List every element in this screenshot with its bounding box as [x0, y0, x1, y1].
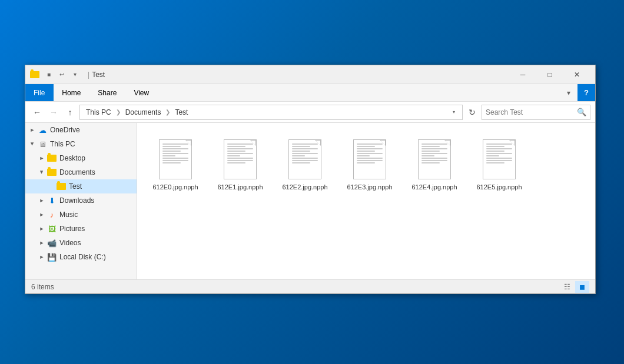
downloads-icon: ⬇ [47, 195, 57, 206]
file-area: 612E0.jpg.npph 612E1.jpg.npph [137, 123, 595, 279]
forward-button[interactable]: → [47, 105, 61, 119]
status-bar: 6 items ☷ ◼ [25, 279, 595, 293]
path-arrow-2: ❯ [164, 109, 171, 115]
sidebar-item-documents[interactable]: ► Documents [25, 165, 137, 179]
file-item-5[interactable]: 612E5.jpg.npph [473, 135, 526, 195]
arrow-test: ► [47, 182, 56, 191]
tab-file[interactable]: File [25, 84, 54, 101]
path-documents[interactable]: Documents [123, 107, 164, 118]
onedrive-icon: ☁ [37, 125, 48, 135]
view-controls: ☷ ◼ [560, 281, 589, 293]
path-dropdown-button[interactable]: ▾ [449, 108, 459, 117]
sidebar-item-desktop[interactable]: ► Desktop [25, 151, 137, 165]
arrow-videos: ► [37, 238, 47, 248]
tab-share[interactable]: Share [89, 84, 125, 101]
window-title: Test [92, 71, 509, 79]
back-button[interactable]: ← [30, 105, 44, 119]
sidebar-item-test[interactable]: ► Test [25, 179, 137, 193]
documents-label: Documents [59, 168, 95, 176]
arrow-this-pc: ► [28, 139, 37, 149]
desktop-folder-icon [47, 153, 57, 163]
file-item-0[interactable]: 612E0.jpg.npph [149, 135, 202, 195]
search-input[interactable] [486, 108, 575, 116]
search-box[interactable]: 🔍 [482, 105, 590, 120]
file-icon-0 [158, 138, 193, 181]
tab-view[interactable]: View [125, 84, 158, 101]
file-item-3[interactable]: 612E3.jpg.npph [343, 135, 396, 195]
file-icon-2 [287, 138, 323, 181]
path-this-pc[interactable]: This PC [84, 107, 114, 118]
file-name-5: 612E5.jpg.npph [476, 183, 522, 191]
qa-more-button[interactable]: ▾ [69, 69, 81, 81]
file-item-1[interactable]: 612E1.jpg.npph [214, 135, 267, 195]
arrow-pictures: ► [37, 224, 47, 233]
title-separator: | [88, 71, 89, 79]
this-pc-label: This PC [50, 140, 75, 148]
close-button[interactable]: ✕ [563, 65, 590, 84]
path-arrow-1: ❯ [115, 109, 122, 115]
help-button[interactable]: ? [577, 84, 595, 101]
file-name-0: 612E0.jpg.npph [152, 183, 198, 191]
videos-label: Videos [59, 239, 81, 247]
arrow-downloads: ► [37, 196, 47, 205]
file-icon-3 [352, 138, 387, 181]
maximize-button[interactable]: □ [536, 65, 563, 84]
arrow-onedrive: ► [28, 125, 37, 135]
sidebar-item-local-disk[interactable]: ► 💾 Local Disk (C:) [25, 250, 137, 264]
music-icon: ♪ [47, 209, 57, 220]
file-name-3: 612E3.jpg.npph [347, 183, 392, 191]
sidebar-item-downloads[interactable]: ► ⬇ Downloads [25, 193, 137, 208]
qa-properties-button[interactable]: ■ [43, 69, 55, 81]
file-icon-1 [223, 138, 258, 181]
test-folder-icon [56, 181, 67, 192]
sidebar-item-music[interactable]: ► ♪ Music [25, 208, 137, 222]
sidebar-item-this-pc[interactable]: ► 🖥 This PC [25, 137, 137, 151]
ribbon-expand-button[interactable]: ▾ [560, 84, 577, 101]
onedrive-label: OneDrive [50, 126, 80, 134]
list-view-button[interactable]: ☷ [560, 281, 574, 293]
arrow-music: ► [37, 210, 47, 219]
quick-access-toolbar: ■ ↩ ▾ [43, 69, 81, 81]
window-controls: ─ □ ✕ [509, 65, 590, 84]
files-grid: 612E0.jpg.npph 612E1.jpg.npph [143, 129, 589, 201]
file-item-4[interactable]: 612E4.jpg.npph [408, 135, 461, 195]
file-item-2[interactable]: 612E2.jpg.npph [278, 135, 331, 195]
sidebar-item-pictures[interactable]: ► 🖼 Pictures [25, 222, 137, 236]
music-label: Music [59, 211, 78, 219]
path-test[interactable]: Test [172, 107, 190, 118]
arrow-desktop: ► [37, 153, 47, 163]
file-name-1: 612E1.jpg.npph [217, 183, 263, 191]
refresh-button[interactable]: ↻ [465, 105, 479, 119]
minimize-button[interactable]: ─ [509, 65, 536, 84]
ribbon: File Home Share View ▾ ? [25, 84, 595, 102]
file-icon-5 [482, 138, 517, 181]
pictures-icon: 🖼 [47, 223, 57, 234]
explorer-window: ■ ↩ ▾ | Test ─ □ ✕ File Home Share View … [25, 65, 596, 294]
address-bar: ← → ↑ This PC ❯ Documents ❯ Test ▾ ↻ 🔍 [25, 102, 595, 123]
test-label: Test [69, 182, 82, 191]
item-count: 6 items [31, 283, 54, 291]
sidebar-item-videos[interactable]: ► 📹 Videos [25, 236, 137, 250]
this-pc-icon: 🖥 [37, 139, 48, 149]
up-button[interactable]: ↑ [63, 105, 77, 119]
file-name-4: 612E4.jpg.npph [411, 183, 457, 191]
pictures-label: Pictures [59, 225, 85, 233]
documents-folder-icon [47, 167, 57, 178]
local-disk-label: Local Disk (C:) [59, 253, 106, 261]
desktop-label: Desktop [59, 154, 85, 162]
window-folder-icon [30, 70, 39, 79]
videos-icon: 📹 [47, 238, 57, 248]
disk-icon: 💾 [47, 252, 57, 262]
arrow-local-disk: ► [37, 252, 47, 262]
tab-home[interactable]: Home [54, 84, 89, 101]
sidebar-item-onedrive[interactable]: ► ☁ OneDrive [25, 123, 137, 137]
qa-undo-button[interactable]: ↩ [56, 69, 68, 81]
file-name-2: 612E2.jpg.npph [282, 183, 327, 191]
search-icon[interactable]: 🔍 [577, 108, 586, 116]
sidebar: ► ☁ OneDrive ► 🖥 This PC ► Desktop ► Doc… [25, 123, 137, 279]
address-path[interactable]: This PC ❯ Documents ❯ Test ▾ [79, 105, 463, 120]
title-bar: ■ ↩ ▾ | Test ─ □ ✕ [25, 65, 595, 84]
main-area: ► ☁ OneDrive ► 🖥 This PC ► Desktop ► Doc… [25, 123, 595, 279]
icon-view-button[interactable]: ◼ [575, 281, 589, 293]
arrow-documents: ► [37, 168, 47, 177]
